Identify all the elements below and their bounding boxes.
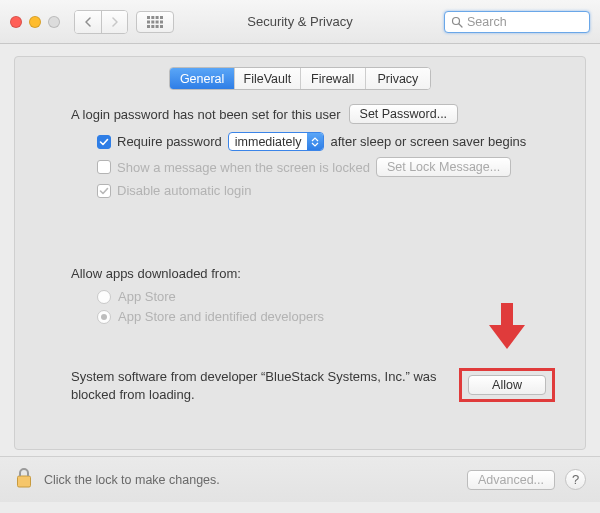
- panel: General FileVault Firewall Privacy A log…: [0, 44, 600, 456]
- allow-apps-header: Allow apps downloaded from:: [71, 266, 555, 281]
- show-message-row: Show a message when the screen is locked…: [97, 157, 555, 177]
- lock-message: Click the lock to make changes.: [44, 473, 220, 487]
- minimize-window-button[interactable]: [29, 16, 41, 28]
- login-password-row: A login password has not been set for th…: [71, 104, 555, 124]
- svg-rect-8: [147, 25, 150, 28]
- help-button[interactable]: ?: [565, 469, 586, 490]
- login-password-msg: A login password has not been set for th…: [71, 107, 341, 122]
- allow-button[interactable]: Allow: [468, 375, 546, 395]
- disable-auto-login-checkbox[interactable]: [97, 184, 111, 198]
- svg-rect-4: [147, 20, 150, 23]
- require-password-row: Require password immediately after sleep…: [97, 132, 555, 151]
- svg-rect-14: [18, 476, 31, 487]
- tab-filevault[interactable]: FileVault: [234, 68, 299, 89]
- advanced-button[interactable]: Advanced...: [467, 470, 555, 490]
- svg-rect-6: [156, 20, 159, 23]
- tab-firewall[interactable]: Firewall: [300, 68, 365, 89]
- radio-identified-row: App Store and identified developers: [97, 309, 555, 324]
- window-controls: [10, 16, 60, 28]
- svg-rect-5: [151, 20, 154, 23]
- footer: Click the lock to make changes. Advanced…: [0, 456, 600, 502]
- svg-rect-11: [160, 25, 163, 28]
- annotation-highlight: Allow: [459, 368, 555, 402]
- radio-app-store-identified[interactable]: [97, 310, 111, 324]
- radio-app-store-label: App Store: [118, 289, 176, 304]
- blocked-software-msg: System software from developer “BlueStac…: [71, 368, 441, 403]
- disable-auto-login-row: Disable automatic login: [97, 183, 555, 198]
- blocked-software-row: System software from developer “BlueStac…: [71, 368, 555, 403]
- tab-general[interactable]: General: [170, 68, 234, 89]
- radio-app-store[interactable]: [97, 290, 111, 304]
- require-password-delay-select[interactable]: immediately: [228, 132, 325, 151]
- tab-privacy[interactable]: Privacy: [365, 68, 430, 89]
- lock-icon[interactable]: [14, 467, 34, 492]
- show-message-checkbox[interactable]: [97, 160, 111, 174]
- svg-rect-3: [160, 16, 163, 19]
- radio-app-store-row: App Store: [97, 289, 555, 304]
- svg-rect-9: [151, 25, 154, 28]
- require-password-delay-value: immediately: [229, 135, 308, 149]
- search-input[interactable]: [467, 15, 583, 29]
- general-content: A login password has not been set for th…: [15, 104, 585, 403]
- require-password-label-pre: Require password: [117, 134, 222, 149]
- radio-identified-label: App Store and identified developers: [118, 309, 324, 324]
- search-icon: [451, 16, 463, 28]
- show-all-button[interactable]: [136, 11, 174, 33]
- check-icon: [99, 137, 109, 147]
- maximize-window-button[interactable]: [48, 16, 60, 28]
- svg-rect-2: [156, 16, 159, 19]
- stepper-arrows-icon: [307, 133, 323, 150]
- check-icon: [99, 186, 109, 196]
- set-lock-message-button[interactable]: Set Lock Message...: [376, 157, 511, 177]
- main-card: General FileVault Firewall Privacy A log…: [14, 56, 586, 450]
- search-field-wrap[interactable]: [444, 11, 590, 33]
- show-message-label: Show a message when the screen is locked: [117, 160, 370, 175]
- svg-rect-0: [147, 16, 150, 19]
- require-password-checkbox[interactable]: [97, 135, 111, 149]
- back-button[interactable]: [75, 11, 101, 33]
- svg-rect-7: [160, 20, 163, 23]
- svg-rect-10: [156, 25, 159, 28]
- tabs: General FileVault Firewall Privacy: [169, 67, 431, 90]
- nav-back-forward: [74, 10, 128, 34]
- forward-button[interactable]: [101, 11, 127, 33]
- toolbar: Security & Privacy: [0, 0, 600, 44]
- svg-point-12: [453, 17, 460, 24]
- set-password-button[interactable]: Set Password...: [349, 104, 459, 124]
- svg-rect-1: [151, 16, 154, 19]
- require-password-label-post: after sleep or screen saver begins: [330, 134, 526, 149]
- disable-auto-login-label: Disable automatic login: [117, 183, 251, 198]
- close-window-button[interactable]: [10, 16, 22, 28]
- svg-line-13: [459, 24, 462, 27]
- grid-icon: [147, 16, 163, 28]
